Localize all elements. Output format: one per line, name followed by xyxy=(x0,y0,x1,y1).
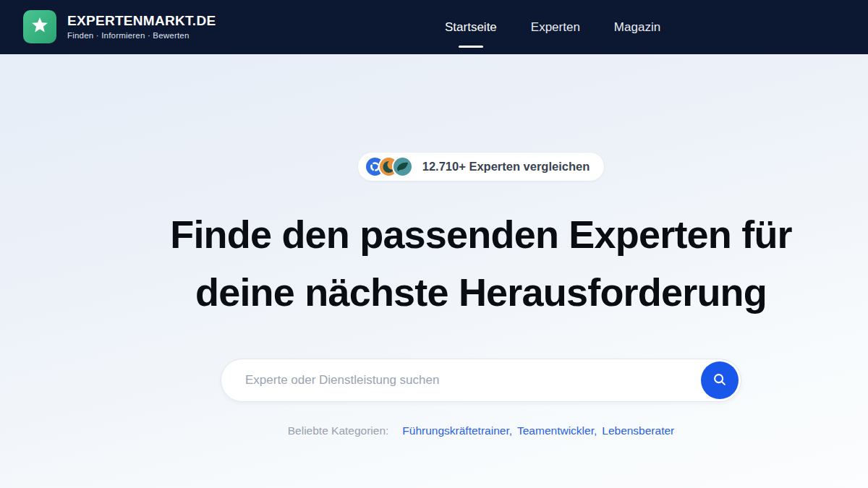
star-icon xyxy=(30,15,50,38)
site-header: EXPERTENMARKT.DE Finden · Informieren · … xyxy=(0,0,868,54)
nav-link-magazin[interactable]: Magazin xyxy=(614,17,660,38)
brand-logo-block[interactable]: EXPERTENMARKT.DE Finden · Informieren · … xyxy=(23,10,216,43)
category-link-fuehrungskraeftetrainer[interactable]: Führungskräftetrainer, xyxy=(402,424,512,437)
nav-link-startseite[interactable]: Startseite xyxy=(445,17,497,38)
star-logo xyxy=(23,10,56,43)
search-bar xyxy=(221,359,741,402)
leaf-logo-icon xyxy=(393,158,412,176)
brand-tagline: Finden · Informieren · Bewerten xyxy=(67,31,216,40)
hero-content: 12.710+ Experten vergleichen Finde den p… xyxy=(116,54,846,437)
experts-count-text: 12.710+ Experten vergleichen xyxy=(422,160,590,174)
hero-section: 12.710+ Experten vergleichen Finde den p… xyxy=(0,54,868,488)
avatar-stack xyxy=(365,156,413,177)
hero-heading-line1: Finde den passenden Experten für xyxy=(170,213,792,256)
experts-count-badge: 12.710+ Experten vergleichen xyxy=(357,152,605,181)
search-icon xyxy=(712,372,728,390)
brand-text: EXPERTENMARKT.DE Finden · Informieren · … xyxy=(67,14,216,40)
hero-heading: Finde den passenden Experten fürdeine nä… xyxy=(116,205,846,321)
popular-categories: Beliebte Kategorien: Führungskräftetrain… xyxy=(116,424,846,437)
hero-heading-line2: deine nächste Herausforderung xyxy=(195,270,767,314)
category-link-teamentwickler[interactable]: Teamentwickler, xyxy=(517,424,597,437)
categories-label: Beliebte Kategorien: xyxy=(288,424,389,437)
search-button[interactable] xyxy=(701,361,739,399)
search-input[interactable] xyxy=(221,359,741,402)
category-link-lebensberater[interactable]: Lebensberater xyxy=(602,424,674,437)
nav-link-experten[interactable]: Experten xyxy=(531,17,580,38)
brand-title: EXPERTENMARKT.DE xyxy=(67,14,216,29)
expert-avatar-3 xyxy=(392,156,413,177)
main-nav: Startseite Experten Magazin xyxy=(445,0,660,54)
